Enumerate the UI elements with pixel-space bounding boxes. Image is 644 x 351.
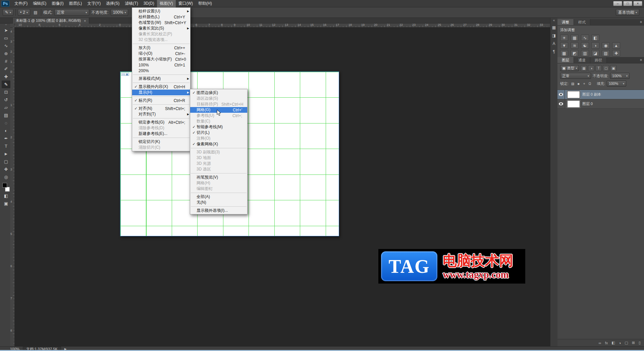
layer-fill-select[interactable]: 100% ▾ — [607, 81, 626, 87]
layer-visibility-icon[interactable] — [559, 93, 563, 96]
brush-size-picker[interactable]: • 2 ▾ — [18, 9, 30, 16]
brightness-contrast-icon[interactable]: ☀ — [560, 35, 568, 41]
tab-adjustments-0[interactable]: 调整 — [557, 19, 574, 25]
panel-menu-icon[interactable]: ≡ — [638, 57, 644, 63]
crop-tool[interactable]: # — [2, 57, 10, 65]
tool-preset-picker[interactable]: ✎ ▾ — [3, 9, 13, 16]
clone-stamp-tool[interactable]: ⊡ — [2, 88, 10, 96]
view-menu-item-15[interactable]: ✓显示额外内容(X)Ctrl+H — [132, 84, 190, 90]
ruler-origin-corner[interactable] — [10, 23, 15, 28]
menubar-item-3[interactable]: 图层(L) — [66, 0, 85, 7]
layer-row-0[interactable]: 图层 0 副本 — [557, 90, 644, 99]
paragraph-panel-icon[interactable]: ¶ — [551, 48, 557, 55]
eyedropper-tool[interactable]: ✐ — [2, 65, 10, 73]
move-tool[interactable]: ➤ — [2, 27, 10, 34]
properties-panel-icon[interactable]: ◨ — [551, 32, 557, 39]
levels-icon[interactable]: ▦ — [571, 35, 579, 41]
opacity-select[interactable]: 100% ▾ — [111, 9, 128, 16]
show-submenu-item-7[interactable]: ✓切片(L) — [190, 130, 247, 136]
restore-button[interactable]: □ — [623, 1, 632, 6]
pixel-layer-filter-icon[interactable]: ▦ — [581, 65, 587, 71]
rectangle-tool[interactable]: ▢ — [2, 158, 10, 165]
layer-thumbnail[interactable] — [567, 100, 580, 108]
expand-dock-icon[interactable]: « — [553, 18, 555, 22]
view-menu-item-1[interactable]: 校样颜色(L)Ctrl+Y — [132, 14, 190, 20]
link-layers-icon[interactable]: ∞ — [599, 341, 601, 345]
vibrance-icon[interactable]: ▼ — [560, 42, 568, 49]
layer-opacity-select[interactable]: 100% ▾ — [610, 73, 630, 79]
show-submenu-item-21[interactable]: 无(N) — [190, 200, 247, 205]
eraser-tool[interactable]: ▱ — [2, 104, 10, 111]
menubar-item-1[interactable]: 编辑(E) — [30, 0, 49, 7]
menubar-item-4[interactable]: 文字(Y) — [85, 0, 103, 7]
view-menu-item-11[interactable]: 200% — [132, 68, 190, 73]
pen-tool[interactable]: ✒ — [2, 135, 10, 142]
layer-row-1[interactable]: 图层 0 — [557, 99, 644, 109]
dodge-tool[interactable]: ◐ — [2, 127, 10, 135]
channel-mixer-icon[interactable]: ▲ — [612, 42, 620, 49]
lock-transparent-icon[interactable]: ▨ — [570, 81, 575, 86]
view-menu-item-21[interactable]: 对齐到(T)▶ — [132, 111, 190, 117]
hand-tool[interactable]: ✥ — [2, 165, 10, 173]
new-layer-icon[interactable]: ⊞ — [632, 341, 635, 345]
menubar-item-6[interactable]: 滤镜(T) — [122, 0, 141, 7]
type-layer-filter-icon[interactable]: T — [595, 65, 602, 71]
show-submenu-item-6[interactable]: ✓智能参考线(M) — [190, 124, 247, 130]
menubar-item-5[interactable]: 选择(S) — [103, 0, 122, 7]
quick-selection-tool[interactable]: ⊛ — [2, 50, 10, 57]
view-menu-item-8[interactable]: 缩小(O)Ctrl+- — [132, 51, 190, 56]
selective-color-icon[interactable]: ✚ — [612, 50, 620, 56]
show-submenu-item-23[interactable]: 显示额外选项(I)... — [190, 208, 247, 213]
vertical-ruler[interactable]: 4321012345678 — [10, 28, 15, 346]
type-tool[interactable]: T — [2, 142, 10, 150]
view-menu-item-25[interactable]: 新建参考线(E)... — [132, 131, 190, 137]
smart-object-filter-icon[interactable]: ▣ — [610, 65, 616, 71]
layer-filter-select[interactable]: ▣ 类型 ▾ — [560, 65, 579, 71]
adjustment-layer-icon[interactable]: ◑ — [619, 341, 621, 345]
menubar-item-7[interactable]: 3D(D) — [141, 0, 157, 7]
menubar-item-8[interactable]: 视图(V) — [157, 0, 176, 7]
blur-tool[interactable]: ◌ — [2, 119, 10, 127]
close-button[interactable]: × — [633, 1, 642, 6]
gradient-map-icon[interactable]: ▧ — [602, 50, 610, 56]
minimize-button[interactable]: – — [613, 1, 622, 6]
invert-icon[interactable]: ◩ — [571, 50, 579, 56]
lock-position-icon[interactable]: + — [582, 81, 587, 86]
view-menu-item-27[interactable]: 锁定切片(K) — [132, 139, 190, 145]
color-lookup-icon[interactable]: ▩ — [560, 50, 568, 56]
adjustment-layer-filter-icon[interactable]: ◑ — [588, 65, 594, 71]
lock-pixels-icon[interactable]: ■ — [576, 81, 581, 86]
character-panel-icon[interactable]: A — [551, 40, 557, 47]
quick-mask-icon[interactable]: ◧ — [2, 192, 10, 200]
menubar-item-2[interactable]: 图像(I) — [49, 0, 66, 7]
toggle-brush-panel-icon[interactable]: ▤ — [32, 9, 39, 16]
menubar-item-9[interactable]: 窗口(W) — [176, 0, 196, 7]
horizontal-ruler[interactable]: 1086420123456789101112131415161718192021… — [15, 23, 550, 28]
color-swatches[interactable] — [2, 183, 10, 192]
view-menu-item-20[interactable]: ✓对齐(N)Shift+Ctrl+; — [132, 106, 190, 111]
view-menu-item-3[interactable]: 像素长宽比(S)▶ — [132, 26, 190, 31]
lock-all-icon[interactable]: Ω — [587, 81, 592, 86]
view-menu-item-0[interactable]: 校样设置(U)▶ — [132, 8, 190, 14]
show-submenu-item-0[interactable]: ✓图层边缘(E) — [190, 90, 247, 96]
view-menu-item-2[interactable]: 色域警告(W)Shift+Ctrl+Y — [132, 20, 190, 26]
layer-thumbnail[interactable] — [567, 91, 580, 98]
color-balance-icon[interactable]: ☯ — [581, 42, 589, 49]
curves-icon[interactable]: ∿ — [581, 35, 589, 41]
hue-saturation-icon[interactable]: ≋ — [571, 42, 579, 49]
layer-effects-icon[interactable]: fx — [605, 341, 608, 345]
foreground-color-swatch[interactable] — [2, 183, 7, 188]
background-color-swatch[interactable] — [5, 187, 10, 192]
photo-filter-icon[interactable]: ◉ — [602, 42, 610, 49]
layer-group-icon[interactable]: ▢ — [625, 341, 628, 345]
layer-blend-mode-select[interactable]: 正常 ▾ — [560, 73, 591, 79]
tab-layers-1[interactable]: 通道 — [574, 57, 590, 63]
brush-tool[interactable]: ✎ — [2, 81, 10, 88]
document-tab[interactable]: 未标题-1 @ 100% (图层 0 副本, RGB/8) × — [12, 18, 89, 23]
show-submenu-item-9[interactable]: ✓像素网格(X) — [190, 141, 247, 147]
path-selection-tool[interactable]: ► — [2, 150, 10, 158]
threshold-icon[interactable]: ◪ — [591, 50, 599, 56]
view-menu-item-7[interactable]: 放大(I)Ctrl++ — [132, 45, 190, 51]
black-white-icon[interactable]: ◑ — [591, 42, 599, 49]
layer-visibility-icon[interactable] — [559, 102, 563, 105]
